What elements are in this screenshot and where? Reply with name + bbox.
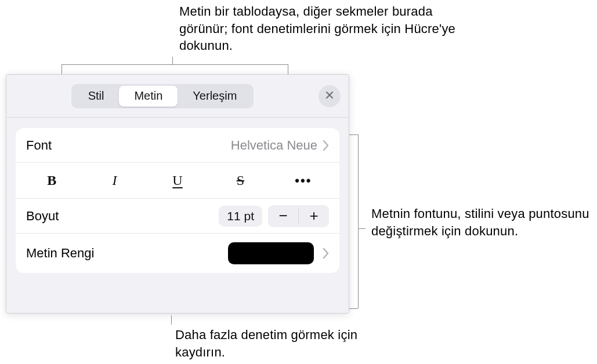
chevron-right-icon xyxy=(322,247,329,259)
underline-button[interactable]: U xyxy=(146,163,209,198)
segmented-control: Stil Metin Yerleşim xyxy=(71,84,254,108)
leader-line xyxy=(171,315,172,325)
strikethrough-button[interactable]: S xyxy=(209,163,272,198)
leader-line xyxy=(288,64,288,74)
size-decrease-button[interactable]: − xyxy=(268,205,298,227)
tab-layout[interactable]: Yerleşim xyxy=(178,86,252,107)
leader-line xyxy=(358,228,366,229)
size-value[interactable]: 11 pt xyxy=(219,206,262,227)
panel-header: Stil Metin Yerleşim xyxy=(6,75,349,118)
italic-icon: I xyxy=(113,173,117,188)
tab-text[interactable]: Metin xyxy=(119,86,178,107)
leader-line xyxy=(349,308,358,309)
leader-line xyxy=(172,57,173,64)
chevron-right-icon xyxy=(322,140,329,151)
font-value: Helvetica Neue xyxy=(231,138,317,153)
leader-line xyxy=(358,134,359,308)
bold-button[interactable]: B xyxy=(20,163,83,198)
close-icon xyxy=(325,90,334,102)
close-button[interactable] xyxy=(319,85,341,107)
size-label: Boyut xyxy=(26,209,219,224)
callout-text-top: Metin bir tablodaysa, diğer sekmeler bur… xyxy=(179,3,458,54)
text-style-row: B I U S ••• xyxy=(16,163,339,199)
callout-text-bottom: Daha fazla denetim görmek için kaydırın. xyxy=(175,326,361,361)
size-increase-button[interactable]: + xyxy=(299,205,329,227)
segmented-control-wrap: Stil Metin Yerleşim xyxy=(15,84,310,108)
strikethrough-icon: S xyxy=(237,173,244,188)
panel-body: Font Helvetica Neue B I U S xyxy=(6,118,349,282)
size-row: Boyut 11 pt − + xyxy=(16,199,339,234)
font-label: Font xyxy=(26,138,231,153)
minus-icon: − xyxy=(278,207,287,225)
text-color-row[interactable]: Metin Rengi xyxy=(16,234,339,273)
italic-button[interactable]: I xyxy=(83,163,146,198)
leader-line xyxy=(61,64,288,65)
more-styles-button[interactable]: ••• xyxy=(272,163,335,198)
format-inspector-panel: Stil Metin Yerleşim Font Helvetica Neue xyxy=(6,74,349,314)
text-color-swatch[interactable] xyxy=(228,242,314,264)
callout-text-right: Metnin fontunu, stilini veya puntosunu d… xyxy=(371,205,592,239)
leader-line xyxy=(349,134,358,135)
leader-line xyxy=(61,64,62,74)
controls-card: Font Helvetica Neue B I U S xyxy=(16,128,339,273)
underline-icon: U xyxy=(172,173,182,188)
font-row[interactable]: Font Helvetica Neue xyxy=(16,128,339,163)
plus-icon: + xyxy=(309,207,318,225)
text-color-label: Metin Rengi xyxy=(26,246,228,261)
tab-style[interactable]: Stil xyxy=(73,86,120,107)
size-controls: 11 pt − + xyxy=(219,205,329,227)
more-icon: ••• xyxy=(295,173,312,188)
bold-icon: B xyxy=(47,173,56,188)
size-stepper: − + xyxy=(268,205,329,227)
